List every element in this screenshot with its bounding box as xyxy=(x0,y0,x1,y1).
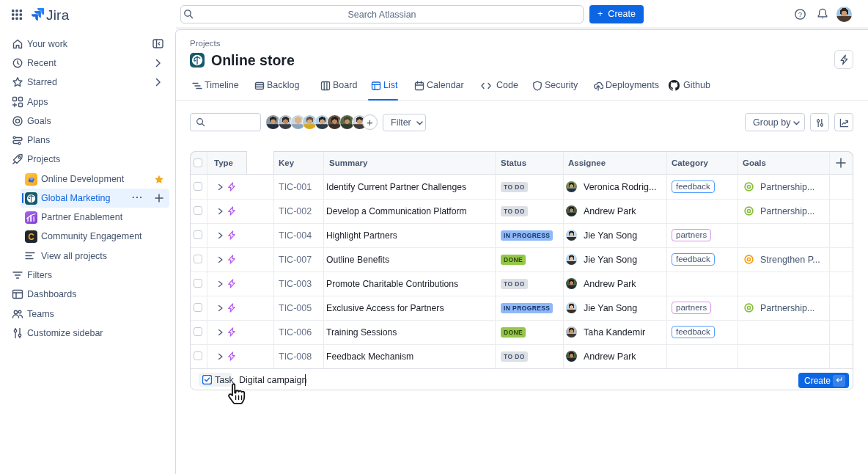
svg-text:C: C xyxy=(28,232,34,242)
svg-text:?: ? xyxy=(798,10,802,18)
